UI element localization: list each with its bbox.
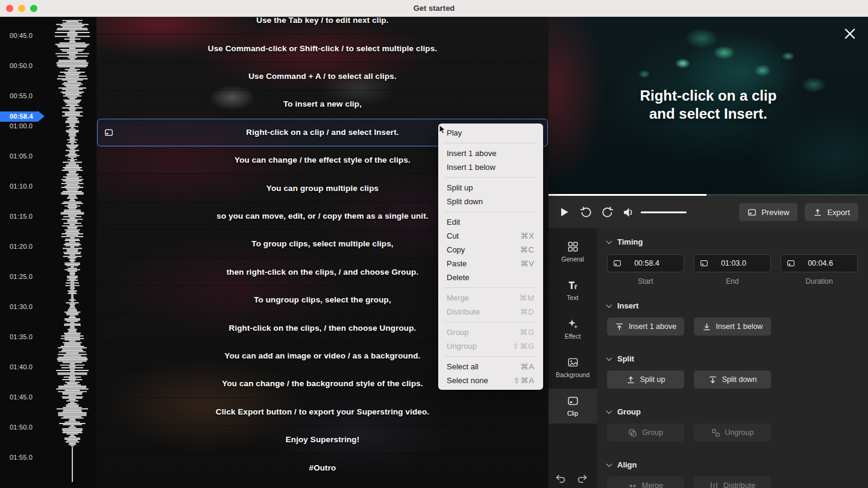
volume-icon[interactable] (622, 206, 635, 219)
menu-item-label: Select all (447, 362, 479, 371)
end-field[interactable]: 01:03.0 (694, 254, 771, 272)
timing-section: Timing00:58.4Start01:03.0End00:04.6Durat… (607, 235, 858, 286)
clip-text: You can group multiple clips (266, 184, 379, 193)
menu-item-shortcut: ⌘A (520, 362, 535, 371)
split-down-button[interactable]: Split down (694, 371, 771, 389)
effect-icon (567, 318, 579, 330)
context-menu-item-edit[interactable]: Edit (438, 215, 543, 229)
context-menu-item-split-up[interactable]: Split up (438, 181, 543, 195)
context-menu-item-insert-1-above[interactable]: Insert 1 above (438, 146, 543, 160)
timeline-timestamp: 01:25.0 (10, 273, 33, 280)
clip-row[interactable]: #Outro (96, 454, 549, 481)
clip-text: #Outro (309, 463, 336, 472)
button-label: Distribute (723, 481, 755, 488)
forward-button[interactable] (601, 206, 614, 219)
sidebar-tab-background[interactable]: Background (549, 350, 597, 385)
insert-below-icon (702, 322, 711, 331)
menu-item-label: Insert 1 above (447, 149, 496, 158)
sidebar-tab-general[interactable]: General (549, 234, 597, 269)
background-icon (567, 357, 579, 368)
context-menu-item-paste[interactable]: Paste⌘V (438, 257, 543, 271)
play-button[interactable] (558, 206, 570, 218)
context-menu-item-ungroup: Ungroup⇧⌘G (438, 339, 543, 353)
start-field[interactable]: 00:58.4 (607, 254, 684, 272)
zoom-window-button[interactable] (30, 5, 37, 12)
section-header[interactable]: Timing (607, 235, 858, 248)
playback-controls: Preview Export (549, 196, 868, 228)
split-section: SplitSplit upSplit down (607, 352, 858, 389)
context-menu-item-select-all[interactable]: Select all⌘A (438, 360, 543, 374)
field-label: End (694, 277, 771, 286)
clip-row[interactable]: Click Export button / to export your Sup… (96, 398, 549, 426)
clip-row[interactable]: Enjoy Superstring! (96, 426, 549, 454)
context-menu-item-copy[interactable]: Copy⌘C (438, 243, 543, 257)
split-up-button[interactable]: Split up (607, 371, 684, 389)
clip-text: You can add an image or video / as a bac… (225, 351, 421, 360)
right-pane: Right-click on a clip and select Insert.… (549, 17, 868, 488)
window-title: Get started (414, 4, 455, 13)
context-menu-item-delete[interactable]: Delete (438, 271, 543, 284)
playhead-arrow-icon (38, 111, 45, 122)
field-value: 01:03.0 (708, 259, 765, 267)
sidebar-tab-clip[interactable]: Clip (549, 389, 597, 424)
button-label: Split down (722, 375, 757, 384)
close-icon[interactable] (843, 27, 857, 41)
menu-item-label: Group (447, 328, 468, 337)
timeline[interactable]: 00:45.000:50.000:55.001:00.001:05.001:10… (0, 17, 96, 488)
timeline-timestamp: 01:30.0 (10, 303, 33, 310)
section-header[interactable]: Align (607, 458, 858, 471)
menu-item-label: Copy (447, 245, 465, 254)
clip-row[interactable]: To insert a new clip, (96, 90, 549, 118)
timeline-timestamp: 01:00.0 (10, 122, 33, 130)
clip-text: To ungroup clips, select the group, (254, 295, 391, 304)
context-menu-item-cut[interactable]: Cut⌘X (438, 229, 543, 243)
replay-button[interactable] (580, 206, 593, 219)
export-icon (813, 208, 822, 217)
context-menu-item-select-none[interactable]: Select none⇧⌘A (438, 374, 543, 387)
context-menu-item-split-down[interactable]: Split down (438, 195, 543, 208)
menu-separator (444, 322, 537, 322)
timeline-timestamp: 01:10.0 (10, 183, 33, 190)
volume-slider[interactable] (641, 211, 687, 213)
section-header[interactable]: Split (607, 352, 858, 365)
undo-icon[interactable] (555, 472, 567, 484)
menu-separator (444, 143, 537, 143)
sidebar-tab-text[interactable]: Text (549, 273, 597, 308)
tab-label: Clip (567, 410, 578, 417)
clip-text: To group clips, select multiple clips, (251, 239, 393, 248)
preview-button[interactable]: Preview (739, 203, 797, 221)
split-down-icon (708, 375, 717, 384)
field-value: 00:58.4 (621, 259, 678, 267)
playhead-marker[interactable]: 00:58.4 (0, 111, 45, 122)
menu-item-shortcut: ⌘G (520, 328, 535, 337)
context-menu-item-insert-1-below[interactable]: Insert 1 below (438, 160, 543, 174)
group-icon (628, 428, 637, 437)
clip-row[interactable]: Use Command-click or Shift-click / to se… (96, 34, 549, 62)
split-up-icon (626, 375, 635, 384)
inspector-workspace: GeneralTextEffectBackgroundClip Timing00… (549, 228, 868, 488)
audio-waveform (0, 17, 96, 488)
context-menu-item-play[interactable]: Play (438, 126, 543, 140)
menu-separator (444, 211, 537, 212)
clip-row[interactable]: Use Command + A / to select all clips. (96, 63, 549, 90)
insert-1-above-button[interactable]: Insert 1 above (607, 318, 684, 336)
align-section: AlignMergeDistribute (607, 458, 858, 488)
menu-item-label: Play (447, 128, 462, 137)
frame-icon (700, 259, 708, 267)
section-header[interactable]: Insert (607, 299, 858, 312)
menu-separator (444, 356, 537, 357)
clip-icon (567, 395, 579, 407)
preview-frame-icon (747, 208, 756, 217)
duration-field[interactable]: 00:04.6 (781, 254, 858, 272)
close-window-button[interactable] (6, 5, 13, 12)
video-preview: Right-click on a clip and select Insert. (549, 17, 868, 196)
sidebar-tab-effect[interactable]: Effect (549, 311, 597, 346)
chevron-down-icon (606, 355, 612, 361)
section-header[interactable]: Group (607, 405, 858, 418)
section-title: Insert (617, 301, 638, 310)
minimize-window-button[interactable] (18, 5, 25, 12)
app-window: Get started 00:45.000:50.000:55.001:00.0… (0, 0, 868, 488)
redo-icon[interactable] (576, 472, 588, 484)
export-button[interactable]: Export (805, 203, 858, 221)
insert-1-below-button[interactable]: Insert 1 below (694, 318, 771, 336)
